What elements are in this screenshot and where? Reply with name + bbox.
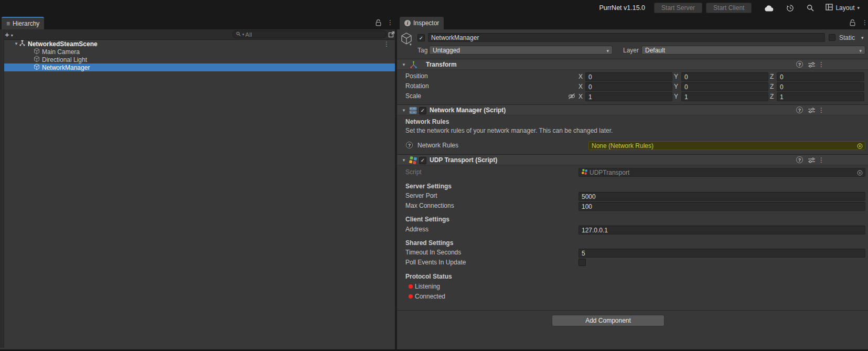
component-enabled-checkbox[interactable]: ✓ [419, 107, 426, 114]
scene-menu-icon[interactable]: ⋮ [383, 40, 390, 48]
rotation-row: Rotation X Y Z [397, 82, 868, 91]
hierarchy-item-directional-light[interactable]: Directional Light [4, 56, 395, 63]
kebab-menu-icon[interactable]: ⋮ [818, 107, 824, 114]
hierarchy-search-input[interactable] [245, 31, 366, 38]
presets-icon[interactable] [808, 108, 815, 115]
start-server-button[interactable]: Start Server [654, 3, 702, 13]
help-icon[interactable]: ? [796, 61, 803, 68]
network-rules-description: Set the network rules of your network ma… [405, 127, 613, 134]
presets-icon[interactable] [808, 157, 815, 165]
object-picker-icon[interactable] [857, 170, 863, 177]
scale-y-field[interactable] [681, 92, 768, 101]
script-object-field[interactable]: UDPTransport [578, 168, 865, 177]
purrnet-script-icon [582, 169, 587, 176]
create-object-button[interactable]: + ▾ [5, 30, 13, 39]
foldout-icon[interactable]: ▼ [401, 158, 406, 163]
tab-inspector[interactable]: i Inspector [400, 17, 444, 29]
cloud-icon[interactable] [764, 5, 774, 12]
inspector-menu-icon[interactable]: ⋮ [862, 19, 868, 26]
icon-picker-caret[interactable]: ▾ [410, 42, 412, 47]
address-field[interactable] [578, 226, 865, 235]
network-rules-object-field[interactable]: None (Network Rules) [588, 141, 865, 150]
poll-events-row: Poll Events In Update [397, 258, 868, 268]
hierarchy-item-networkmanager[interactable]: NetworkManager [4, 63, 395, 71]
scene-icon [19, 40, 26, 48]
layer-label: Layer [623, 47, 639, 54]
inspector-lock-icon[interactable] [850, 19, 855, 28]
tag-dropdown[interactable]: Untagged ▾ [429, 46, 613, 55]
inspector-panel: ▾ ✓ Static ▾ Tag Untagged ▾ Layer Defaul… [397, 29, 868, 351]
listening-status-row: Listening [397, 282, 868, 292]
component-divider [397, 310, 868, 311]
item-label: NetworkManager [42, 64, 90, 71]
gameobject-active-checkbox[interactable]: ✓ [417, 34, 425, 41]
add-component-button[interactable]: Add Component [552, 315, 665, 326]
layer-dropdown[interactable]: Default ▾ [641, 46, 865, 55]
server-port-field[interactable] [578, 192, 865, 201]
history-icon[interactable] [786, 4, 794, 12]
shared-settings-section: Shared Settings [405, 239, 453, 247]
scene-name: NetworkedSteamScene [28, 40, 98, 48]
rotation-z-field[interactable] [777, 82, 864, 91]
transform-header[interactable]: ▼ Transform ? ⋮ [397, 59, 868, 70]
cube-icon [34, 56, 40, 64]
expand-window-icon[interactable] [388, 31, 395, 39]
status-dot-connected [409, 294, 413, 299]
help-icon[interactable]: ? [406, 142, 413, 148]
scale-x-field[interactable] [585, 92, 672, 101]
tab-hierarchy-label: Hierarchy [13, 20, 39, 27]
script-row: Script UDPTransport [397, 168, 868, 177]
panel-edge-strip [0, 29, 4, 348]
tab-hierarchy[interactable]: ≡ Hierarchy [2, 17, 44, 29]
timeout-field[interactable] [578, 249, 865, 258]
help-icon[interactable]: ? [796, 107, 803, 113]
object-picker-icon[interactable] [857, 143, 863, 151]
hierarchy-item-main-camera[interactable]: Main Camera [4, 48, 395, 56]
tag-label: Tag [417, 47, 427, 54]
hierarchy-scene-row[interactable]: ▼ NetworkedSteamScene ⋮ [4, 40, 395, 48]
static-checkbox[interactable] [829, 34, 835, 41]
layout-dropdown[interactable]: Layout ▾ [826, 4, 860, 12]
status-dot-listening [409, 284, 413, 289]
component-enabled-checkbox[interactable]: ✓ [419, 157, 426, 164]
static-caret[interactable]: ▾ [861, 35, 864, 40]
link-broken-icon[interactable] [568, 93, 575, 101]
client-settings-section: Client Settings [405, 216, 449, 223]
rotation-x-field[interactable] [585, 82, 672, 91]
tab-inspector-label: Inspector [413, 19, 439, 27]
position-row: Position X Y Z [397, 72, 868, 81]
help-icon[interactable]: ? [796, 156, 803, 163]
chevron-down-icon: ▾ [606, 48, 609, 54]
layout-label: Layout [835, 4, 854, 12]
hierarchy-search[interactable]: ▾ [232, 30, 387, 38]
rotation-y-field[interactable] [681, 82, 768, 91]
chevron-down-icon: ▾ [11, 33, 13, 38]
foldout-icon[interactable]: ▼ [401, 108, 406, 113]
start-client-button[interactable]: Start Client [706, 3, 752, 13]
search-icon[interactable] [807, 4, 814, 12]
static-label: Static [839, 34, 855, 41]
poll-events-checkbox[interactable] [578, 259, 586, 266]
scale-z-field[interactable] [777, 92, 864, 101]
udp-transport-header[interactable]: ▼ ✓ UDP Transport (Script) ? ⋮ [397, 154, 868, 165]
hierarchy-lock-icon[interactable] [376, 19, 381, 28]
position-y-field[interactable] [681, 72, 768, 81]
foldout-icon[interactable]: ▼ [14, 41, 19, 46]
presets-icon[interactable] [808, 62, 815, 69]
layout-grid-icon [826, 4, 833, 12]
address-row: Address [397, 225, 868, 235]
position-z-field[interactable] [777, 72, 864, 81]
purrnet-transport-icon [409, 156, 417, 166]
gameobject-name-field[interactable] [428, 33, 825, 42]
info-icon: i [404, 20, 411, 26]
max-connections-row: Max Connections [397, 201, 868, 211]
kebab-menu-icon[interactable]: ⋮ [818, 61, 824, 68]
timeout-row: Timeout In Seconds [397, 248, 868, 258]
kebab-menu-icon[interactable]: ⋮ [818, 156, 824, 164]
network-manager-header[interactable]: ▼ ✓ Network Manager (Script) ? ⋮ [397, 104, 868, 115]
hierarchy-menu-icon[interactable]: ⋮ [387, 19, 393, 26]
position-x-field[interactable] [585, 72, 672, 81]
hierarchy-toolbar: + ▾ ▾ [0, 29, 395, 40]
max-connections-field[interactable] [578, 202, 865, 211]
foldout-icon[interactable]: ▼ [401, 62, 406, 67]
